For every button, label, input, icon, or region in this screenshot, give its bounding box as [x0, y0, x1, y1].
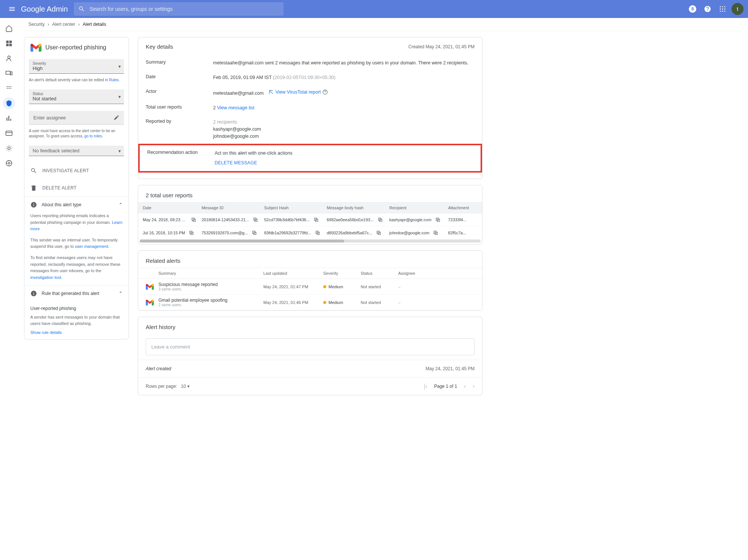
recommendation-highlight: Recommendation actionAct on this alert w…: [138, 144, 482, 173]
product-logo[interactable]: Google Admin: [21, 5, 68, 13]
logo-text-admin: Admin: [47, 5, 68, 13]
logo-text-google: Google: [21, 5, 45, 13]
user-management-link[interactable]: user management: [75, 244, 108, 249]
nav-apps-icon[interactable]: [3, 82, 15, 94]
svg-rect-12: [9, 44, 12, 46]
severity-dot-icon: [323, 301, 326, 304]
svg-point-16: [7, 86, 8, 87]
chevron-up-icon: ⌃: [119, 291, 122, 296]
main-menu-button[interactable]: [3, 0, 21, 18]
history-entry: Alert created May 24, 2021, 01:45 PM: [138, 360, 482, 377]
gmail-icon: [146, 284, 154, 290]
breadcrumb: Security › Alert center › Alert details: [24, 18, 742, 31]
copy-icon[interactable]: [431, 230, 440, 235]
info-icon: [30, 290, 37, 297]
svg-rect-25: [6, 131, 12, 136]
copy-icon[interactable]: [314, 230, 322, 235]
svg-point-17: [9, 86, 10, 87]
delete-message-button[interactable]: DELETE MESSAGE: [215, 159, 257, 166]
chevron-down-icon: ▾: [118, 148, 121, 153]
nav-account-icon[interactable]: [3, 142, 15, 154]
svg-point-13: [8, 56, 10, 58]
copy-icon[interactable]: [190, 217, 198, 222]
svg-point-21: [10, 88, 11, 89]
alert-history-card: Alert history Leave a comment Alert crea…: [138, 317, 482, 395]
gmail-icon: [30, 43, 42, 52]
nav-billing-icon[interactable]: [3, 127, 15, 139]
help-icon[interactable]: [700, 1, 715, 16]
history-title: Alert history: [138, 317, 482, 334]
first-page-button[interactable]: |‹: [424, 383, 427, 390]
nav-security-icon[interactable]: [3, 97, 15, 109]
svg-point-19: [7, 88, 8, 89]
investigation-tool-link[interactable]: investigation tool: [30, 275, 61, 280]
horizontal-scrollbar[interactable]: [140, 240, 481, 243]
virustotal-link[interactable]: View VirusTotal report: [275, 89, 321, 96]
assignee-field[interactable]: Enter assignee: [29, 111, 124, 125]
chevron-down-icon: ▾: [118, 94, 121, 100]
nav-users-icon[interactable]: [3, 52, 15, 64]
svg-point-7: [722, 11, 723, 12]
severity-selector[interactable]: Severity High ▾: [29, 59, 124, 74]
search-input[interactable]: [90, 6, 279, 12]
nav-dashboard-icon[interactable]: [3, 37, 15, 49]
svg-point-6: [720, 11, 721, 12]
table-row[interactable]: Jul 16, 2018, 10:15 PM 753269192870.com@…: [138, 226, 482, 240]
copy-icon[interactable]: [250, 230, 258, 235]
search-icon: [78, 6, 85, 12]
rule-toggle[interactable]: Rule that generated this alert ⌃: [24, 285, 128, 301]
related-alert-row[interactable]: Gmail potential employee spoofing2 same …: [138, 295, 482, 310]
copy-icon[interactable]: [434, 217, 442, 222]
roles-link[interactable]: go to roles: [84, 134, 102, 138]
breadcrumb-alert-center[interactable]: Alert center: [52, 22, 75, 27]
copy-icon[interactable]: [251, 217, 260, 222]
page-indicator: Page 1 of 1: [434, 384, 457, 389]
delete-alert-button[interactable]: DELETE ALERT: [24, 179, 128, 197]
svg-rect-10: [9, 41, 12, 43]
show-rule-details-link[interactable]: Show rule details: [30, 330, 62, 335]
breadcrumb-security[interactable]: Security: [28, 22, 45, 27]
app-header: Google Admin 8 t: [0, 0, 748, 18]
svg-point-4: [722, 9, 723, 10]
gmail-icon: [146, 299, 154, 305]
nav-reporting-icon[interactable]: [3, 112, 15, 124]
left-nav: [0, 18, 18, 416]
reports-title: 2 total user reports: [138, 185, 482, 202]
svg-rect-11: [6, 44, 9, 46]
rules-link[interactable]: Rules: [109, 78, 119, 82]
nav-home-icon[interactable]: [3, 22, 15, 34]
search-icon: [30, 167, 37, 174]
account-avatar[interactable]: t: [730, 1, 745, 16]
apps-icon[interactable]: [715, 1, 730, 16]
related-title: Related alerts: [138, 251, 482, 268]
status-selector[interactable]: Status Not started ▾: [29, 89, 124, 104]
copy-icon[interactable]: [375, 230, 383, 235]
rows-per-page-selector[interactable]: 10 ▾: [181, 384, 190, 389]
view-message-list-link[interactable]: View message list: [217, 105, 254, 110]
copy-icon[interactable]: [312, 217, 320, 222]
copy-icon[interactable]: [376, 217, 384, 222]
edit-icon: [113, 115, 119, 121]
chevron-up-icon: ⌃: [119, 202, 122, 207]
nav-rules-icon[interactable]: [3, 157, 15, 169]
svg-rect-9: [6, 41, 9, 43]
comment-input[interactable]: Leave a comment: [146, 338, 475, 355]
prev-page-button[interactable]: ‹: [464, 383, 466, 390]
trash-icon: [30, 185, 37, 191]
updates-icon[interactable]: 8: [685, 1, 700, 16]
related-alert-row[interactable]: Suspicious message reported3 same users.…: [138, 279, 482, 295]
table-row[interactable]: May 24, 2018, 09:23 PM 20180814-12453433…: [138, 213, 482, 226]
svg-point-5: [724, 9, 726, 10]
svg-point-8: [724, 11, 726, 12]
next-page-button[interactable]: ›: [473, 383, 475, 390]
feedback-selector[interactable]: No feedback selected ▾: [29, 146, 124, 156]
svg-point-0: [720, 6, 721, 7]
copy-icon[interactable]: [187, 230, 196, 235]
about-alert-type-toggle[interactable]: About this alert type ⌃: [24, 197, 128, 213]
investigate-alert-button[interactable]: INVESTIGATE ALERT: [24, 162, 128, 179]
global-search[interactable]: [74, 2, 284, 16]
nav-devices-icon[interactable]: [3, 67, 15, 79]
svg-rect-22: [6, 118, 7, 121]
key-details-title: Key details: [146, 43, 173, 50]
svg-rect-15: [10, 72, 12, 75]
